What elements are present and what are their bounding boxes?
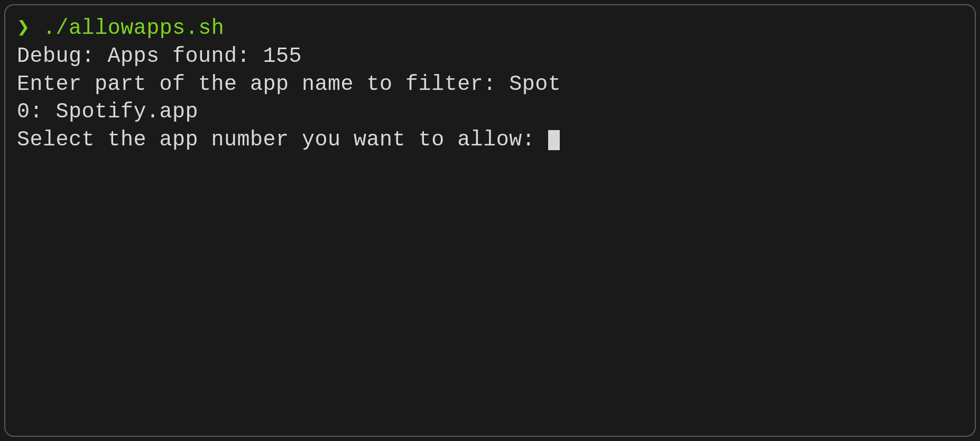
terminal-window[interactable]: ❯ ./allowapps.sh Debug: Apps found: 155 … (4, 4, 976, 437)
cursor-icon[interactable] (548, 130, 560, 150)
select-prompt-label: Select the app number you want to allow: (17, 128, 548, 152)
output-result-0: 0: Spotify.app (17, 98, 963, 126)
output-select-line: Select the app number you want to allow: (17, 126, 963, 154)
output-filter-line: Enter part of the app name to filter: Sp… (17, 71, 963, 99)
command-text: ./allowapps.sh (43, 16, 224, 40)
filter-prompt-label: Enter part of the app name to filter: (17, 72, 509, 96)
output-debug: Debug: Apps found: 155 (17, 43, 963, 71)
prompt-symbol: ❯ (17, 16, 30, 40)
filter-input-value: Spot (509, 72, 561, 96)
prompt-line: ❯ ./allowapps.sh (17, 15, 963, 43)
